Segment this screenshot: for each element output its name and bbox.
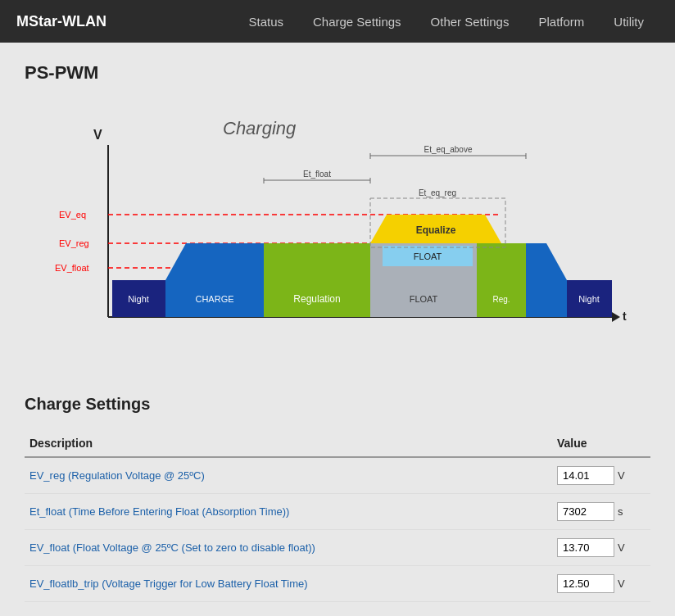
col-header-value: Value — [552, 430, 650, 457]
row-1-input[interactable] — [557, 502, 614, 521]
nav-platform[interactable]: Platform — [523, 0, 599, 43]
svg-text:Regulation: Regulation — [293, 293, 340, 305]
table-row: EV_reg (Regulation Voltage @ 25ºC) V — [25, 457, 650, 494]
navbar: MStar-WLAN Status Charge Settings Other … — [0, 0, 675, 43]
row-3-unit: V — [618, 578, 625, 590]
svg-text:Et_eq_reg: Et_eq_reg — [419, 188, 456, 197]
section-title: Charge Settings — [25, 395, 650, 414]
nav-charge-settings[interactable]: Charge Settings — [298, 0, 416, 43]
svg-text:Et_float: Et_float — [303, 170, 331, 179]
row-2-unit: V — [618, 541, 625, 554]
table-row: EV_floatlb_trip (Voltage Trigger for Low… — [25, 566, 650, 602]
svg-text:Night: Night — [578, 294, 600, 304]
row-3-value-cell: V — [552, 566, 650, 602]
svg-text:FLOAT: FLOAT — [410, 294, 438, 304]
svg-text:Equalize: Equalize — [416, 224, 456, 236]
table-row: EV_float (Float Voltage @ 25ºC (Set to z… — [25, 530, 650, 566]
row-0-description: EV_reg (Regulation Voltage @ 25ºC) — [25, 457, 552, 494]
row-3-description: EV_floatlb_trip (Voltage Trigger for Low… — [25, 566, 552, 602]
svg-text:t: t — [623, 310, 627, 323]
col-header-description: Description — [25, 430, 552, 457]
svg-text:Night: Night — [128, 294, 149, 304]
svg-text:EV_reg: EV_reg — [59, 238, 89, 248]
brand-name: MStar-WLAN — [16, 13, 106, 30]
row-0-unit: V — [618, 469, 625, 482]
row-0-value-cell: V — [552, 457, 650, 494]
row-1-description: Et_float (Time Before Entering Float (Ab… — [25, 494, 552, 530]
row-2-value-cell: V — [552, 530, 650, 566]
svg-text:CHARGE: CHARGE — [195, 294, 233, 304]
svg-text:Reg.: Reg. — [492, 295, 510, 304]
svg-text:EV_float: EV_float — [55, 263, 89, 273]
nav-other-settings[interactable]: Other Settings — [416, 0, 524, 43]
chart-container: Charging V t EV_eq EV_reg EV_float — [25, 100, 650, 370]
row-0-input[interactable] — [557, 466, 614, 485]
nav-status[interactable]: Status — [233, 0, 298, 43]
row-1-value-cell: s — [552, 494, 650, 530]
nav-utility[interactable]: Utility — [599, 0, 659, 43]
svg-text:Et_eq_above: Et_eq_above — [424, 145, 473, 154]
svg-rect-25 — [477, 243, 526, 317]
row-2-input[interactable] — [557, 538, 614, 557]
svg-rect-0 — [43, 108, 632, 362]
main-content: PS-PWM Charging V t EV_eq — [0, 43, 675, 616]
table-row: Et_float (Time Before Entering Float (Ab… — [25, 494, 650, 530]
svg-text:FLOAT: FLOAT — [414, 251, 442, 261]
svg-text:V: V — [93, 128, 102, 142]
row-3-input[interactable] — [557, 574, 614, 593]
row-2-description: EV_float (Float Voltage @ 25ºC (Set to z… — [25, 530, 552, 566]
svg-rect-17 — [264, 243, 370, 317]
svg-text:EV_eq: EV_eq — [59, 210, 86, 220]
svg-marker-15 — [165, 243, 264, 317]
svg-text:Charging: Charging — [223, 118, 297, 138]
settings-table: Description Value EV_reg (Regulation Vol… — [25, 430, 650, 602]
nav-menu: Status Charge Settings Other Settings Pl… — [233, 0, 659, 43]
page-title: PS-PWM — [25, 62, 650, 84]
ps-pwm-chart: Charging V t EV_eq EV_reg EV_float — [43, 108, 632, 362]
row-1-unit: s — [618, 505, 623, 518]
